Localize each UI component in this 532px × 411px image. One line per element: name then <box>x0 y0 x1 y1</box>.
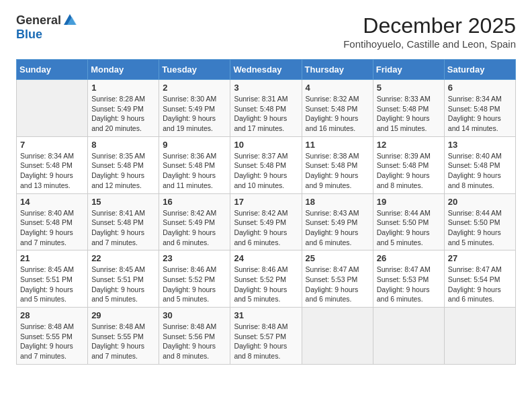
calendar-cell: 30Sunrise: 8:48 AMSunset: 5:56 PMDayligh… <box>159 308 230 365</box>
day-number: 4 <box>306 83 369 93</box>
day-info: Sunrise: 8:40 AMSunset: 5:48 PMDaylight:… <box>448 151 512 191</box>
day-info: Sunrise: 8:47 AMSunset: 5:53 PMDaylight:… <box>306 265 369 304</box>
day-number: 5 <box>377 83 441 93</box>
day-number: 29 <box>91 310 155 320</box>
calendar-cell: 25Sunrise: 8:47 AMSunset: 5:53 PMDayligh… <box>302 250 373 308</box>
week-row-5: 28Sunrise: 8:48 AMSunset: 5:55 PMDayligh… <box>17 308 516 365</box>
day-number: 8 <box>91 140 155 150</box>
day-info: Sunrise: 8:48 AMSunset: 5:55 PMDaylight:… <box>91 322 155 361</box>
calendar-cell <box>302 308 373 365</box>
day-info: Sunrise: 8:48 AMSunset: 5:56 PMDaylight:… <box>163 322 226 361</box>
week-row-3: 14Sunrise: 8:40 AMSunset: 5:48 PMDayligh… <box>17 193 516 250</box>
day-info: Sunrise: 8:41 AMSunset: 5:48 PMDaylight:… <box>91 208 155 248</box>
calendar-cell: 29Sunrise: 8:48 AMSunset: 5:55 PMDayligh… <box>88 308 159 365</box>
calendar-cell: 4Sunrise: 8:32 AMSunset: 5:48 PMDaylight… <box>302 80 373 137</box>
title-area: December 2025 Fontihoyuelo, Castille and… <box>343 13 516 50</box>
logo-icon <box>62 13 77 28</box>
calendar-cell: 15Sunrise: 8:41 AMSunset: 5:48 PMDayligh… <box>88 193 159 250</box>
calendar-cell: 1Sunrise: 8:28 AMSunset: 5:49 PMDaylight… <box>88 80 159 137</box>
day-info: Sunrise: 8:45 AMSunset: 5:51 PMDaylight:… <box>20 265 84 304</box>
day-number: 23 <box>163 253 226 263</box>
calendar-header-row: SundayMondayTuesdayWednesdayThursdayFrid… <box>17 60 516 80</box>
day-number: 20 <box>448 197 512 207</box>
calendar-cell: 21Sunrise: 8:45 AMSunset: 5:51 PMDayligh… <box>17 250 88 308</box>
header-thursday: Thursday <box>302 60 373 80</box>
calendar-cell: 22Sunrise: 8:45 AMSunset: 5:51 PMDayligh… <box>88 250 159 308</box>
day-number: 25 <box>306 253 369 263</box>
header-wednesday: Wednesday <box>230 60 302 80</box>
calendar-cell: 8Sunrise: 8:35 AMSunset: 5:48 PMDaylight… <box>88 136 159 193</box>
location-subtitle: Fontihoyuelo, Castille and Leon, Spain <box>343 38 516 50</box>
calendar-cell: 31Sunrise: 8:48 AMSunset: 5:57 PMDayligh… <box>230 308 302 365</box>
header-sunday: Sunday <box>17 60 88 80</box>
day-number: 18 <box>306 197 369 207</box>
calendar-cell <box>373 308 444 365</box>
day-number: 22 <box>91 253 155 263</box>
calendar-cell: 6Sunrise: 8:34 AMSunset: 5:48 PMDaylight… <box>444 80 515 137</box>
day-info: Sunrise: 8:44 AMSunset: 5:50 PMDaylight:… <box>448 208 512 248</box>
calendar-cell: 17Sunrise: 8:42 AMSunset: 5:49 PMDayligh… <box>230 193 302 250</box>
calendar-cell <box>444 308 515 365</box>
day-number: 21 <box>20 253 84 263</box>
day-info: Sunrise: 8:40 AMSunset: 5:48 PMDaylight:… <box>20 208 84 248</box>
calendar-cell: 20Sunrise: 8:44 AMSunset: 5:50 PMDayligh… <box>444 193 515 250</box>
calendar-cell: 28Sunrise: 8:48 AMSunset: 5:55 PMDayligh… <box>17 308 88 365</box>
calendar-table: SundayMondayTuesdayWednesdayThursdayFrid… <box>16 59 516 365</box>
calendar-cell: 10Sunrise: 8:37 AMSunset: 5:48 PMDayligh… <box>230 136 302 193</box>
week-row-2: 7Sunrise: 8:34 AMSunset: 5:48 PMDaylight… <box>17 136 516 193</box>
calendar-cell: 13Sunrise: 8:40 AMSunset: 5:48 PMDayligh… <box>444 136 515 193</box>
day-number: 1 <box>91 83 155 93</box>
calendar-cell: 18Sunrise: 8:43 AMSunset: 5:49 PMDayligh… <box>302 193 373 250</box>
day-number: 16 <box>163 197 226 207</box>
calendar-cell: 3Sunrise: 8:31 AMSunset: 5:48 PMDaylight… <box>230 80 302 137</box>
day-info: Sunrise: 8:30 AMSunset: 5:49 PMDaylight:… <box>163 94 226 134</box>
day-number: 26 <box>377 253 441 263</box>
calendar-cell: 16Sunrise: 8:42 AMSunset: 5:49 PMDayligh… <box>159 193 230 250</box>
week-row-4: 21Sunrise: 8:45 AMSunset: 5:51 PMDayligh… <box>17 250 516 308</box>
calendar-cell: 9Sunrise: 8:36 AMSunset: 5:48 PMDaylight… <box>159 136 230 193</box>
day-info: Sunrise: 8:42 AMSunset: 5:49 PMDaylight:… <box>163 208 226 248</box>
day-info: Sunrise: 8:36 AMSunset: 5:48 PMDaylight:… <box>163 151 226 191</box>
header-tuesday: Tuesday <box>159 60 230 80</box>
calendar-cell: 11Sunrise: 8:38 AMSunset: 5:48 PMDayligh… <box>302 136 373 193</box>
day-info: Sunrise: 8:37 AMSunset: 5:48 PMDaylight:… <box>234 151 298 191</box>
day-info: Sunrise: 8:38 AMSunset: 5:48 PMDaylight:… <box>306 151 369 191</box>
day-info: Sunrise: 8:43 AMSunset: 5:49 PMDaylight:… <box>306 208 369 248</box>
day-number: 15 <box>91 197 155 207</box>
calendar-cell: 7Sunrise: 8:34 AMSunset: 5:48 PMDaylight… <box>17 136 88 193</box>
calendar-cell: 24Sunrise: 8:46 AMSunset: 5:52 PMDayligh… <box>230 250 302 308</box>
header: General Blue December 2025 Fontihoyuelo,… <box>16 13 516 50</box>
day-number: 7 <box>20 140 84 150</box>
logo-general-text: General <box>16 13 61 28</box>
day-number: 30 <box>163 310 226 320</box>
calendar-cell: 27Sunrise: 8:47 AMSunset: 5:54 PMDayligh… <box>444 250 515 308</box>
day-number: 19 <box>377 197 441 207</box>
logo: General Blue <box>16 13 77 42</box>
day-info: Sunrise: 8:31 AMSunset: 5:48 PMDaylight:… <box>234 94 298 134</box>
day-number: 13 <box>448 140 512 150</box>
calendar-cell: 14Sunrise: 8:40 AMSunset: 5:48 PMDayligh… <box>17 193 88 250</box>
day-info: Sunrise: 8:39 AMSunset: 5:48 PMDaylight:… <box>377 151 441 191</box>
calendar-cell: 2Sunrise: 8:30 AMSunset: 5:49 PMDaylight… <box>159 80 230 137</box>
logo-blue-text: Blue <box>16 28 42 42</box>
day-number: 11 <box>306 140 369 150</box>
calendar-cell: 5Sunrise: 8:33 AMSunset: 5:48 PMDaylight… <box>373 80 444 137</box>
day-number: 24 <box>234 253 298 263</box>
day-info: Sunrise: 8:46 AMSunset: 5:52 PMDaylight:… <box>163 265 226 304</box>
header-friday: Friday <box>373 60 444 80</box>
week-row-1: 1Sunrise: 8:28 AMSunset: 5:49 PMDaylight… <box>17 80 516 137</box>
day-info: Sunrise: 8:48 AMSunset: 5:57 PMDaylight:… <box>234 322 298 361</box>
header-monday: Monday <box>88 60 159 80</box>
day-number: 17 <box>234 197 298 207</box>
day-info: Sunrise: 8:46 AMSunset: 5:52 PMDaylight:… <box>234 265 298 304</box>
month-title: December 2025 <box>343 13 516 38</box>
day-info: Sunrise: 8:34 AMSunset: 5:48 PMDaylight:… <box>20 151 84 191</box>
day-info: Sunrise: 8:45 AMSunset: 5:51 PMDaylight:… <box>91 265 155 304</box>
day-info: Sunrise: 8:28 AMSunset: 5:49 PMDaylight:… <box>91 94 155 134</box>
day-info: Sunrise: 8:33 AMSunset: 5:48 PMDaylight:… <box>377 94 441 134</box>
day-info: Sunrise: 8:35 AMSunset: 5:48 PMDaylight:… <box>91 151 155 191</box>
day-number: 31 <box>234 310 298 320</box>
day-info: Sunrise: 8:42 AMSunset: 5:49 PMDaylight:… <box>234 208 298 248</box>
day-number: 2 <box>163 83 226 93</box>
day-number: 28 <box>20 310 84 320</box>
